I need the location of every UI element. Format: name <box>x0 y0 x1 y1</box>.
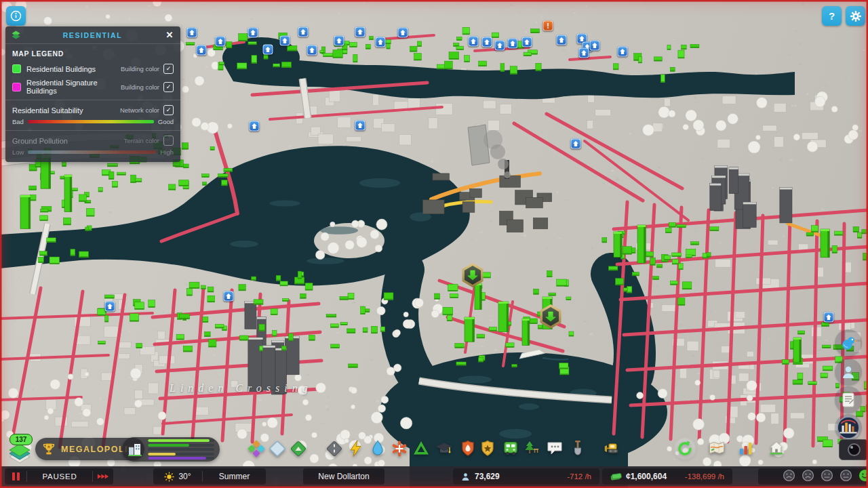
education-cap-icon <box>435 439 454 458</box>
toolbar-zoning-button[interactable] <box>245 437 268 460</box>
info-panel-button[interactable] <box>6 6 26 26</box>
chirper-bird-icon <box>840 334 858 352</box>
milestone-badge: 137 <box>9 434 33 445</box>
park-tree-icon <box>522 439 541 458</box>
toolbar-education-button[interactable] <box>433 437 456 460</box>
map-marker-level[interactable] <box>105 302 115 312</box>
toolbar-bulldozer-button[interactable] <box>601 437 624 460</box>
zoning-demand-pill[interactable] <box>122 437 220 462</box>
legend-row-label: Residential Signature Buildings <box>26 79 121 95</box>
terrain-icon <box>289 439 308 458</box>
zoning-icon <box>247 439 266 458</box>
happiness-face-happy <box>859 469 868 484</box>
infoview-legend-panel: RESIDENTIAL ✕ MAP LEGEND Residential Bui… <box>5 26 180 162</box>
map-marker-level[interactable] <box>590 41 600 51</box>
legend-type-label: Network color <box>120 106 159 114</box>
sun-icon <box>164 472 174 482</box>
police-shield-icon <box>478 439 497 458</box>
money-rate: -138,699 /h <box>685 472 724 481</box>
map-marker-level[interactable] <box>250 121 260 131</box>
map-marker-level[interactable] <box>557 35 567 45</box>
weather-widget[interactable]: 30° Summer <box>153 468 266 485</box>
settings-button[interactable] <box>846 6 865 26</box>
city-name-pill[interactable]: New Dollarton <box>303 468 384 485</box>
map-marker-level[interactable] <box>307 45 317 56</box>
map-marker-level[interactable] <box>216 37 226 47</box>
temperature-value: 30° <box>178 472 191 481</box>
map-marker-warning[interactable]: ! <box>543 21 553 31</box>
bulldozer-icon <box>603 439 622 458</box>
toolbar-police-button[interactable] <box>476 437 499 460</box>
checkbox-unchecked[interactable] <box>163 136 174 146</box>
checkbox-checked[interactable]: ✓ <box>163 82 174 92</box>
map-marker-level[interactable] <box>495 41 505 51</box>
map-marker-level[interactable] <box>398 28 408 38</box>
map-marker-level[interactable] <box>224 291 234 302</box>
toolbar-roads-button[interactable] <box>323 437 346 460</box>
journal-button[interactable] <box>835 386 862 413</box>
money-value: ¢1,600,604 <box>626 472 667 481</box>
map-marker-level[interactable] <box>355 27 366 37</box>
toolbar-communications-button[interactable] <box>543 437 566 460</box>
toolbar-city-info-button[interactable] <box>765 437 788 460</box>
fire-shield-icon <box>458 439 477 458</box>
toolbar-areas-button[interactable] <box>266 437 289 460</box>
game-viewport[interactable]: Linden Crossing ! ? RESIDENTIAL <box>0 0 868 488</box>
checkbox-checked[interactable]: ✓ <box>163 105 174 115</box>
map-marker-level[interactable] <box>248 28 258 38</box>
map-marker-level[interactable] <box>197 45 207 56</box>
bus-icon <box>501 439 520 458</box>
map-marker-level[interactable] <box>187 28 197 38</box>
map-marker-level[interactable] <box>334 36 344 46</box>
legend-type-label: Terrain color <box>124 137 159 144</box>
map-marker-level[interactable] <box>263 45 273 55</box>
speed-button[interactable] <box>93 468 113 485</box>
help-button[interactable]: ? <box>822 6 842 26</box>
population-pill[interactable]: 73,629 -712 /h <box>453 468 599 485</box>
population-value: 73,629 <box>475 472 500 481</box>
camera-icon <box>848 443 861 456</box>
recycle-icon <box>412 439 431 458</box>
money-pill[interactable]: ¢1,600,604 -138,699 /h <box>602 468 732 485</box>
toolbar-landscaping-button[interactable] <box>566 437 589 460</box>
toolbar-parks-button[interactable] <box>520 437 543 460</box>
map-marker-level[interactable] <box>522 37 532 47</box>
map-marker-level[interactable] <box>571 139 581 149</box>
water-drop-icon <box>368 439 387 458</box>
milestones-button[interactable]: 137 <box>4 436 37 465</box>
toolbar-terrain-button[interactable] <box>287 437 310 460</box>
fast-forward-icon <box>97 473 109 480</box>
legend-section-title: MAP LEGEND <box>12 49 174 58</box>
map-marker-level[interactable] <box>482 37 492 47</box>
checkbox-checked[interactable]: ✓ <box>163 64 174 74</box>
chirper-button[interactable] <box>835 329 862 357</box>
map-marker-level[interactable] <box>824 312 834 323</box>
shovel-icon <box>568 439 587 458</box>
toolbar-map-tiles-button[interactable] <box>705 437 728 460</box>
map-marker-level[interactable] <box>469 37 479 47</box>
map-marker-level[interactable] <box>355 121 366 131</box>
map-marker-level[interactable] <box>376 37 386 47</box>
map-marker-level[interactable] <box>280 36 290 46</box>
map-marker-level[interactable] <box>618 47 628 57</box>
happiness-widget[interactable] <box>758 468 868 485</box>
toolbar-transportation-button[interactable] <box>499 437 522 460</box>
map-marker-level[interactable] <box>579 48 589 58</box>
close-icon[interactable]: ✕ <box>164 30 175 40</box>
trophy-icon <box>41 442 56 457</box>
toolbar-statistics-button[interactable] <box>734 437 757 460</box>
toolbar-infoviews-button[interactable] <box>673 437 696 460</box>
toolbar-healthcare-button[interactable] <box>388 437 411 460</box>
pause-button[interactable] <box>5 468 26 485</box>
toolbar-water-button[interactable] <box>366 437 389 460</box>
photo-mode-button[interactable] <box>839 439 868 460</box>
happiness-face-sad <box>802 469 814 484</box>
toolbar-electricity-button[interactable] <box>344 437 368 460</box>
district-label: Linden Crossing <box>170 382 313 394</box>
map-marker-level[interactable] <box>298 27 309 37</box>
city-name: New Dollarton <box>318 472 369 481</box>
gradient-label-bad: Bad <box>12 118 24 125</box>
citizens-button[interactable] <box>835 359 862 386</box>
map-marker-level[interactable] <box>508 39 518 49</box>
toolbar-garbage-button[interactable] <box>410 437 433 460</box>
